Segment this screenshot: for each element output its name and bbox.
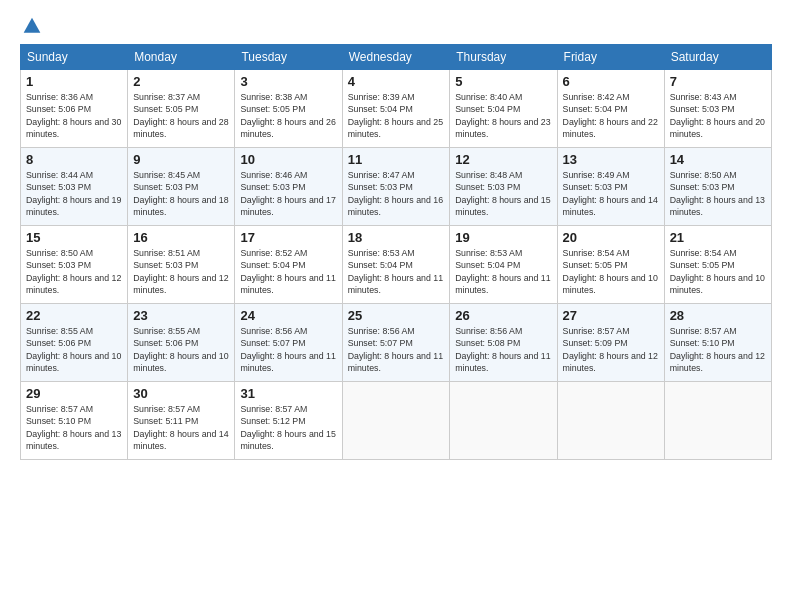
calendar-cell: 23 Sunrise: 8:55 AMSunset: 5:06 PMDaylig…: [128, 304, 235, 382]
calendar-week-row: 1 Sunrise: 8:36 AMSunset: 5:06 PMDayligh…: [21, 70, 772, 148]
calendar-cell: 17 Sunrise: 8:52 AMSunset: 5:04 PMDaylig…: [235, 226, 342, 304]
day-info: Sunrise: 8:56 AMSunset: 5:07 PMDaylight:…: [240, 325, 336, 374]
day-info: Sunrise: 8:57 AMSunset: 5:10 PMDaylight:…: [26, 403, 122, 452]
calendar-cell: 6 Sunrise: 8:42 AMSunset: 5:04 PMDayligh…: [557, 70, 664, 148]
day-number: 22: [26, 308, 122, 323]
day-number: 4: [348, 74, 445, 89]
day-info: Sunrise: 8:53 AMSunset: 5:04 PMDaylight:…: [455, 247, 551, 296]
day-number: 13: [563, 152, 659, 167]
calendar-cell: 11 Sunrise: 8:47 AMSunset: 5:03 PMDaylig…: [342, 148, 450, 226]
day-number: 29: [26, 386, 122, 401]
calendar-cell: 29 Sunrise: 8:57 AMSunset: 5:10 PMDaylig…: [21, 382, 128, 460]
day-number: 25: [348, 308, 445, 323]
calendar-cell: [557, 382, 664, 460]
weekday-header-monday: Monday: [128, 45, 235, 70]
calendar-cell: 21 Sunrise: 8:54 AMSunset: 5:05 PMDaylig…: [664, 226, 771, 304]
day-number: 9: [133, 152, 229, 167]
logo-icon: [22, 16, 42, 36]
day-info: Sunrise: 8:51 AMSunset: 5:03 PMDaylight:…: [133, 247, 229, 296]
day-info: Sunrise: 8:50 AMSunset: 5:03 PMDaylight:…: [670, 169, 766, 218]
day-number: 28: [670, 308, 766, 323]
calendar-week-row: 8 Sunrise: 8:44 AMSunset: 5:03 PMDayligh…: [21, 148, 772, 226]
calendar-cell: 1 Sunrise: 8:36 AMSunset: 5:06 PMDayligh…: [21, 70, 128, 148]
calendar-table: SundayMondayTuesdayWednesdayThursdayFrid…: [20, 44, 772, 460]
weekday-header-wednesday: Wednesday: [342, 45, 450, 70]
day-number: 30: [133, 386, 229, 401]
calendar-cell: 2 Sunrise: 8:37 AMSunset: 5:05 PMDayligh…: [128, 70, 235, 148]
day-number: 14: [670, 152, 766, 167]
day-number: 31: [240, 386, 336, 401]
day-info: Sunrise: 8:49 AMSunset: 5:03 PMDaylight:…: [563, 169, 659, 218]
day-info: Sunrise: 8:45 AMSunset: 5:03 PMDaylight:…: [133, 169, 229, 218]
calendar-cell: 26 Sunrise: 8:56 AMSunset: 5:08 PMDaylig…: [450, 304, 557, 382]
day-info: Sunrise: 8:47 AMSunset: 5:03 PMDaylight:…: [348, 169, 445, 218]
calendar-cell: [450, 382, 557, 460]
day-number: 21: [670, 230, 766, 245]
logo: [20, 16, 42, 36]
day-number: 27: [563, 308, 659, 323]
weekday-header-thursday: Thursday: [450, 45, 557, 70]
day-info: Sunrise: 8:44 AMSunset: 5:03 PMDaylight:…: [26, 169, 122, 218]
calendar-cell: 12 Sunrise: 8:48 AMSunset: 5:03 PMDaylig…: [450, 148, 557, 226]
calendar-cell: 10 Sunrise: 8:46 AMSunset: 5:03 PMDaylig…: [235, 148, 342, 226]
day-info: Sunrise: 8:57 AMSunset: 5:10 PMDaylight:…: [670, 325, 766, 374]
day-info: Sunrise: 8:57 AMSunset: 5:09 PMDaylight:…: [563, 325, 659, 374]
calendar-cell: 13 Sunrise: 8:49 AMSunset: 5:03 PMDaylig…: [557, 148, 664, 226]
day-info: Sunrise: 8:56 AMSunset: 5:07 PMDaylight:…: [348, 325, 445, 374]
day-number: 16: [133, 230, 229, 245]
day-number: 11: [348, 152, 445, 167]
day-number: 1: [26, 74, 122, 89]
weekday-header-row: SundayMondayTuesdayWednesdayThursdayFrid…: [21, 45, 772, 70]
day-number: 7: [670, 74, 766, 89]
day-info: Sunrise: 8:54 AMSunset: 5:05 PMDaylight:…: [563, 247, 659, 296]
day-number: 2: [133, 74, 229, 89]
weekday-header-saturday: Saturday: [664, 45, 771, 70]
calendar-cell: 24 Sunrise: 8:56 AMSunset: 5:07 PMDaylig…: [235, 304, 342, 382]
day-number: 10: [240, 152, 336, 167]
calendar-week-row: 29 Sunrise: 8:57 AMSunset: 5:10 PMDaylig…: [21, 382, 772, 460]
weekday-header-tuesday: Tuesday: [235, 45, 342, 70]
calendar-week-row: 15 Sunrise: 8:50 AMSunset: 5:03 PMDaylig…: [21, 226, 772, 304]
day-number: 12: [455, 152, 551, 167]
calendar-cell: 28 Sunrise: 8:57 AMSunset: 5:10 PMDaylig…: [664, 304, 771, 382]
day-info: Sunrise: 8:55 AMSunset: 5:06 PMDaylight:…: [26, 325, 122, 374]
weekday-header-sunday: Sunday: [21, 45, 128, 70]
day-info: Sunrise: 8:57 AMSunset: 5:12 PMDaylight:…: [240, 403, 336, 452]
day-number: 15: [26, 230, 122, 245]
day-info: Sunrise: 8:42 AMSunset: 5:04 PMDaylight:…: [563, 91, 659, 140]
calendar-cell: 22 Sunrise: 8:55 AMSunset: 5:06 PMDaylig…: [21, 304, 128, 382]
calendar-cell: 27 Sunrise: 8:57 AMSunset: 5:09 PMDaylig…: [557, 304, 664, 382]
day-info: Sunrise: 8:52 AMSunset: 5:04 PMDaylight:…: [240, 247, 336, 296]
day-number: 20: [563, 230, 659, 245]
day-info: Sunrise: 8:36 AMSunset: 5:06 PMDaylight:…: [26, 91, 122, 140]
day-info: Sunrise: 8:53 AMSunset: 5:04 PMDaylight:…: [348, 247, 445, 296]
calendar-cell: 25 Sunrise: 8:56 AMSunset: 5:07 PMDaylig…: [342, 304, 450, 382]
day-info: Sunrise: 8:55 AMSunset: 5:06 PMDaylight:…: [133, 325, 229, 374]
day-info: Sunrise: 8:54 AMSunset: 5:05 PMDaylight:…: [670, 247, 766, 296]
day-info: Sunrise: 8:43 AMSunset: 5:03 PMDaylight:…: [670, 91, 766, 140]
page-header: [20, 16, 772, 36]
weekday-header-friday: Friday: [557, 45, 664, 70]
svg-marker-0: [24, 18, 41, 33]
day-info: Sunrise: 8:39 AMSunset: 5:04 PMDaylight:…: [348, 91, 445, 140]
calendar-cell: 14 Sunrise: 8:50 AMSunset: 5:03 PMDaylig…: [664, 148, 771, 226]
calendar-cell: 30 Sunrise: 8:57 AMSunset: 5:11 PMDaylig…: [128, 382, 235, 460]
day-info: Sunrise: 8:37 AMSunset: 5:05 PMDaylight:…: [133, 91, 229, 140]
day-number: 19: [455, 230, 551, 245]
calendar-cell: 31 Sunrise: 8:57 AMSunset: 5:12 PMDaylig…: [235, 382, 342, 460]
calendar-cell: [664, 382, 771, 460]
calendar-cell: 7 Sunrise: 8:43 AMSunset: 5:03 PMDayligh…: [664, 70, 771, 148]
day-info: Sunrise: 8:38 AMSunset: 5:05 PMDaylight:…: [240, 91, 336, 140]
calendar-cell: 20 Sunrise: 8:54 AMSunset: 5:05 PMDaylig…: [557, 226, 664, 304]
day-info: Sunrise: 8:46 AMSunset: 5:03 PMDaylight:…: [240, 169, 336, 218]
day-info: Sunrise: 8:50 AMSunset: 5:03 PMDaylight:…: [26, 247, 122, 296]
day-number: 24: [240, 308, 336, 323]
day-number: 6: [563, 74, 659, 89]
calendar-cell: 19 Sunrise: 8:53 AMSunset: 5:04 PMDaylig…: [450, 226, 557, 304]
day-info: Sunrise: 8:57 AMSunset: 5:11 PMDaylight:…: [133, 403, 229, 452]
day-number: 18: [348, 230, 445, 245]
calendar-cell: 3 Sunrise: 8:38 AMSunset: 5:05 PMDayligh…: [235, 70, 342, 148]
calendar-cell: 9 Sunrise: 8:45 AMSunset: 5:03 PMDayligh…: [128, 148, 235, 226]
calendar-cell: [342, 382, 450, 460]
day-info: Sunrise: 8:40 AMSunset: 5:04 PMDaylight:…: [455, 91, 551, 140]
